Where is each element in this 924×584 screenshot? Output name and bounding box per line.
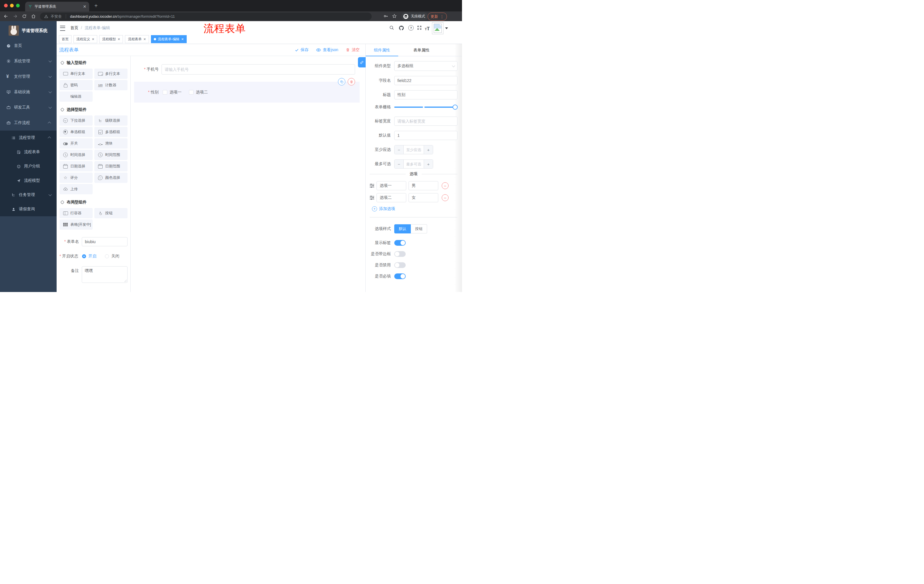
label-width-input[interactable]	[394, 117, 457, 126]
fullscreen-icon[interactable]	[417, 25, 422, 30]
palette-item-counter[interactable]: 123计数器	[94, 80, 127, 90]
gender-option2-checkbox[interactable]	[189, 90, 193, 95]
palette-item-button[interactable]: 按钮	[94, 208, 127, 218]
palette-item-time-range[interactable]: 时间范围	[94, 150, 127, 160]
max-select-input[interactable]	[403, 160, 424, 168]
sidebar-item-infrastructure[interactable]: 基础设施	[0, 84, 57, 100]
palette-item-row-container[interactable]: 行容器	[59, 208, 92, 218]
palette-item-rate[interactable]: ☆评分	[59, 173, 92, 183]
show-label-toggle[interactable]	[394, 240, 406, 246]
tab-form-props[interactable]: 表单属性	[405, 44, 438, 56]
palette-item-radio-group[interactable]: 单选框组	[59, 127, 92, 137]
tag-process-definition[interactable]: 流程定义✕	[73, 35, 97, 43]
update-button[interactable]: 更新 ⋮	[428, 13, 447, 21]
view-json-button[interactable]: 查看json	[316, 48, 338, 53]
option1-label-input[interactable]	[376, 181, 406, 190]
traffic-light-minimize-button[interactable]	[10, 4, 14, 7]
remark-textarea[interactable]: 嘿嘿	[82, 266, 127, 283]
url-bar[interactable]: 不安全 dashboard.yudao.iocoder.cn/bpm/manag…	[40, 13, 372, 20]
drag-handle-icon[interactable]	[370, 184, 374, 188]
palette-item-multi-text[interactable]: 多行文本	[94, 69, 127, 79]
form-name-input[interactable]	[82, 237, 127, 246]
font-size-icon[interactable]: TT	[425, 26, 430, 32]
palette-item-single-text[interactable]: 单行文本	[59, 69, 92, 79]
style-default-button[interactable]: 默认	[394, 224, 411, 234]
tag-process-form[interactable]: 流程表单✕	[125, 35, 148, 43]
tag-close-icon[interactable]: ✕	[92, 38, 94, 41]
new-tab-button[interactable]: +	[94, 3, 98, 8]
breadcrumb-home[interactable]: 首页	[70, 25, 78, 31]
bookmark-star-icon[interactable]	[392, 13, 397, 19]
style-button-button[interactable]: 按钮	[411, 224, 427, 234]
tag-close-icon[interactable]: ✕	[143, 38, 146, 41]
browser-menu-dots-icon[interactable]: ⋮	[440, 14, 444, 19]
palette-item-date-picker[interactable]: 日期选择	[59, 161, 92, 171]
remove-option-button[interactable]: −	[442, 194, 449, 201]
sidebar-item-process-mgmt[interactable]: 流程管理	[0, 131, 57, 145]
sidebar-item-home[interactable]: 首页	[0, 38, 57, 53]
status-off-radio[interactable]	[105, 254, 109, 258]
sidebar-item-workflow[interactable]: 工作流程	[0, 115, 57, 131]
stepper-minus-button[interactable]: −	[394, 145, 403, 154]
palette-item-slider[interactable]: 滑块	[94, 138, 127, 148]
palette-item-select[interactable]: 下拉选择	[59, 115, 92, 126]
option1-value-input[interactable]	[409, 181, 438, 190]
min-select-input[interactable]	[403, 145, 424, 154]
stepper-plus-button[interactable]: +	[424, 145, 433, 154]
status-on-radio[interactable]	[82, 254, 86, 258]
sidebar-item-system-mgmt[interactable]: 系统管理	[0, 53, 57, 69]
clear-button[interactable]: 清空	[346, 48, 360, 53]
sidebar-toggle-icon[interactable]	[60, 26, 65, 31]
palette-item-table[interactable]: 表格[开发中]	[59, 219, 92, 230]
search-icon[interactable]	[389, 25, 394, 30]
component-type-select[interactable]: 多选框组	[394, 61, 457, 71]
reload-icon[interactable]	[22, 14, 27, 19]
with-border-toggle[interactable]	[394, 251, 406, 257]
tag-close-icon[interactable]: ✕	[117, 38, 120, 41]
github-icon[interactable]	[399, 25, 404, 31]
sidebar-item-process-model[interactable]: 流程模型	[0, 173, 57, 188]
slider-handle[interactable]	[452, 105, 458, 110]
gender-option1-checkbox[interactable]	[163, 90, 167, 95]
stepper-minus-button[interactable]: −	[394, 160, 403, 168]
sidebar-item-process-form[interactable]: 流程表单	[0, 145, 57, 159]
palette-item-date-range[interactable]: 日期范围	[94, 161, 127, 171]
remove-option-button[interactable]: −	[442, 182, 449, 189]
phone-field-row[interactable]: 手机号	[134, 64, 360, 74]
sidebar-item-dev-tools[interactable]: 研发工具	[0, 100, 57, 115]
palette-item-switch[interactable]: 开关	[59, 138, 92, 148]
save-button[interactable]: 保存	[295, 48, 309, 53]
add-option-button[interactable]: + 添加选项	[372, 206, 462, 211]
delete-widget-button[interactable]	[348, 78, 355, 86]
palette-item-checkbox-group[interactable]: 多选框组	[94, 127, 127, 137]
traffic-light-zoom-button[interactable]	[16, 4, 20, 7]
password-key-icon[interactable]	[383, 13, 389, 19]
tab-close-icon[interactable]: ✕	[83, 4, 86, 9]
avatar-dropdown-caret-icon[interactable]	[445, 28, 448, 29]
help-question-icon[interactable]: ?	[408, 25, 414, 31]
tag-close-icon[interactable]: ✕	[181, 38, 184, 41]
avatar[interactable]	[432, 22, 444, 34]
palette-item-color-picker[interactable]: 颜色选择	[94, 173, 127, 183]
title-input[interactable]	[394, 90, 457, 99]
option2-value-input[interactable]	[409, 193, 438, 202]
tag-process-form-edit[interactable]: 流程表单-编辑✕	[151, 35, 187, 43]
sidebar-item-task-mgmt[interactable]: 任务管理	[0, 188, 57, 202]
selected-gender-widget[interactable]: 性别 选项一 选项二	[134, 82, 360, 102]
sidebar-item-leave-query[interactable]: 请假查询	[0, 202, 57, 216]
stepper-plus-button[interactable]: +	[424, 160, 433, 168]
home-icon[interactable]	[31, 14, 36, 19]
palette-item-upload[interactable]: 上传	[59, 184, 92, 194]
form-grid-slider[interactable]	[394, 107, 455, 108]
sidebar-item-payment-mgmt[interactable]: ¥ 支付管理	[0, 69, 57, 84]
drag-handle-icon[interactable]	[370, 196, 374, 200]
forward-icon[interactable]	[13, 14, 18, 19]
sidebar-item-user-group[interactable]: 用户分组	[0, 159, 57, 173]
form-canvas[interactable]: 手机号 性别 选项一 选项二	[130, 56, 365, 292]
tab-component-props[interactable]: 组件属性	[366, 44, 398, 56]
link-tab[interactable]	[358, 57, 366, 67]
tag-process-model[interactable]: 流程模型✕	[99, 35, 123, 43]
traffic-light-close-button[interactable]	[4, 4, 8, 7]
palette-item-cascader[interactable]: 级联选择	[94, 115, 127, 126]
field-name-input[interactable]	[394, 76, 457, 85]
